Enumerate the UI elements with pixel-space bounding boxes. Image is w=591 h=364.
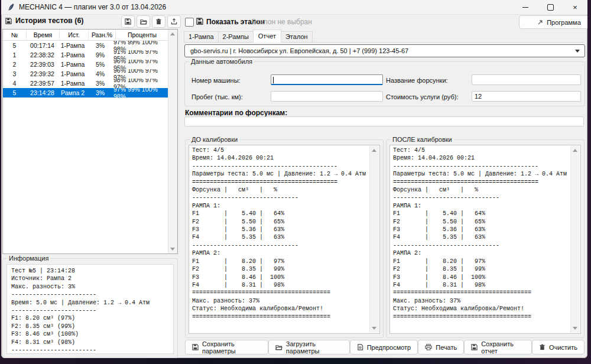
report-before-scrollbar[interactable] [369,146,379,333]
column-header-percents[interactable]: Проценты [116,30,168,40]
save-icon [471,344,478,350]
cell-percents: 96% 100% 97% 95% [113,60,168,69]
folder-open-icon [140,18,147,25]
report-after-box[interactable]: Тест: 4/5 Время: 14.04.2026 00:21 ------… [389,145,581,334]
report-before-text: Тест: 4/5 Время: 14.04.2026 00:21 ------… [192,147,367,321]
table-row[interactable]: 1 22:38:32 1-Рампа 9% 91% 100% 97% 95% [3,50,168,60]
cell-percents: 91% 100% 97% 95% [113,50,168,60]
history-title: История тестов (6) [15,17,84,25]
printer-icon [425,344,432,350]
preview-label: Предпросмотр [367,344,411,351]
report-before-title: ДО калибровки [190,136,239,143]
cell-source: 1-Рампа [59,79,87,88]
table-row[interactable]: 4 22:39:57 1-Рампа 3% 98% 100% 97% 97% [3,79,168,88]
save-icon [125,18,131,25]
cell-num: 2 [3,60,26,69]
table-row[interactable]: 2 22:39:03 1-Рампа 5% 96% 100% 97% 95% [3,60,168,69]
cell-num: 5 [3,41,26,50]
service-combobox[interactable]: gbo-servis.ru | г. Новосибирск ул. Европ… [184,44,585,57]
injector-name-label: Название форсунки: [386,77,448,84]
report-after-text: Тест: 4/5 Время: 14.04.2026 00:21 ------… [393,147,568,321]
cell-time: 22:39:32 [26,69,59,79]
injector-name-field[interactable] [472,74,581,85]
column-header-diff[interactable]: Разн.% [89,30,116,40]
preview-button[interactable]: Предпросмотр [350,340,418,355]
table-row-selected[interactable]: 5 23:14:28 Рампа 2 3% 97% 99% 100% 98% [3,88,168,98]
history-panel-header: История тестов (6) [5,17,84,25]
cell-source: 1-Рампа [59,50,87,60]
history-export-button[interactable] [167,15,181,28]
save-report-label: Сохранить отчет [481,340,525,355]
scroll-up-icon[interactable] [170,32,175,35]
tab-1-rampa[interactable]: 1-Рампа [184,31,219,42]
report-before-group: ДО калибровки Тест: 4/5 Время: 14.04.202… [185,136,384,338]
history-load-button[interactable] [137,15,150,28]
page-preview-icon [357,344,363,350]
tab-2-rampy[interactable]: 2-Рампы [218,31,254,42]
show-etalon-checkbox[interactable] [185,18,194,27]
report-after-scrollbar[interactable] [570,146,580,333]
maximize-icon [547,4,554,11]
info-panel: Информация Тест №5 | 23:14:28 Источник: … [2,255,178,358]
print-label: Печать [436,344,457,351]
close-button[interactable]: × [563,0,587,14]
comments-label: Комментарии по форсункам: [185,109,287,117]
mileage-field[interactable] [271,91,383,102]
maximize-button[interactable] [538,0,563,14]
scroll-up-icon[interactable] [372,149,376,152]
service-cost-field[interactable] [472,91,581,102]
minimize-icon [522,7,528,8]
cell-time: 22:39:03 [26,60,59,69]
column-header-time[interactable]: Время [27,30,60,40]
cell-percents: 98% 100% 97% 97% [113,79,168,88]
program-button-label: Программа [547,19,581,26]
table-row[interactable]: 3 22:39:32 1-Рампа 4% 96% 100% 97% 97% [3,69,168,79]
trash-icon [155,18,162,25]
folder-open-icon [275,344,282,350]
report-tabstrip: 1-Рампа 2-Рампы Отчет Эталон [184,30,584,43]
car-number-field[interactable] [271,74,383,85]
cell-source: Рампа 2 [59,88,87,98]
history-scrollbar[interactable] [168,30,177,254]
program-button[interactable]: Программа [519,15,587,29]
arrow-ne-icon [537,20,543,25]
load-params-button[interactable]: Загрузить параметры [268,340,350,355]
cell-time: 00:17:14 [26,41,59,50]
app-window: MECHANIC 4 — плагин ver 3.0 от 13.04.202… [1,0,587,358]
scroll-down-icon[interactable] [372,327,376,330]
cell-num: 3 [3,69,26,79]
report-before-box[interactable]: Тест: 4/5 Время: 14.04.2026 00:21 ------… [189,145,380,334]
car-number-label: Номер машины: [191,77,241,84]
save-icon [192,344,199,350]
scroll-up-icon[interactable] [573,149,577,152]
feather-app-icon [7,3,15,11]
cell-percents: 97% 99% 100% 98% [113,41,168,50]
info-panel-title: Информация [7,255,50,262]
minimize-button[interactable] [513,0,538,14]
column-header-num[interactable]: № [3,30,27,40]
cell-percents: 97% 99% 100% 98% [113,88,168,98]
history-save-button[interactable] [121,15,135,28]
report-after-title: ПОСЛЕ калибровки [391,136,454,143]
report-after-group: ПОСЛЕ калибровки Тест: 4/5 Время: 14.04.… [386,136,584,338]
history-delete-button[interactable] [152,15,165,28]
save-params-button[interactable]: Сохранить параметры [185,340,268,355]
print-button[interactable]: Печать [418,340,464,355]
cell-num: 4 [3,79,26,88]
clear-button[interactable]: Очистить [532,340,584,355]
scroll-down-icon[interactable] [170,248,175,251]
comments-input[interactable] [184,116,584,126]
car-data-title: Данные автомобиля [189,58,254,65]
tab-otchet[interactable]: Отчет [253,30,281,43]
etalon-disk-icon [196,18,203,25]
cell-diff: 3% [87,88,113,98]
window-titlebar: MECHANIC 4 — плагин ver 3.0 от 13.04.202… [1,0,587,15]
table-row[interactable]: 5 00:17:14 1-Рампа 3% 97% 99% 100% 98% [3,41,168,50]
scroll-down-icon[interactable] [573,327,577,330]
tab-etalon[interactable]: Эталон [281,31,313,42]
cell-num: 1 [3,50,26,60]
column-header-source[interactable]: Ист. [60,30,89,40]
cell-num: 5 [3,88,26,98]
history-table-header: № Время Ист. Разн.% Проценты [3,30,168,41]
save-report-button[interactable]: Сохранить отчет [464,340,532,355]
